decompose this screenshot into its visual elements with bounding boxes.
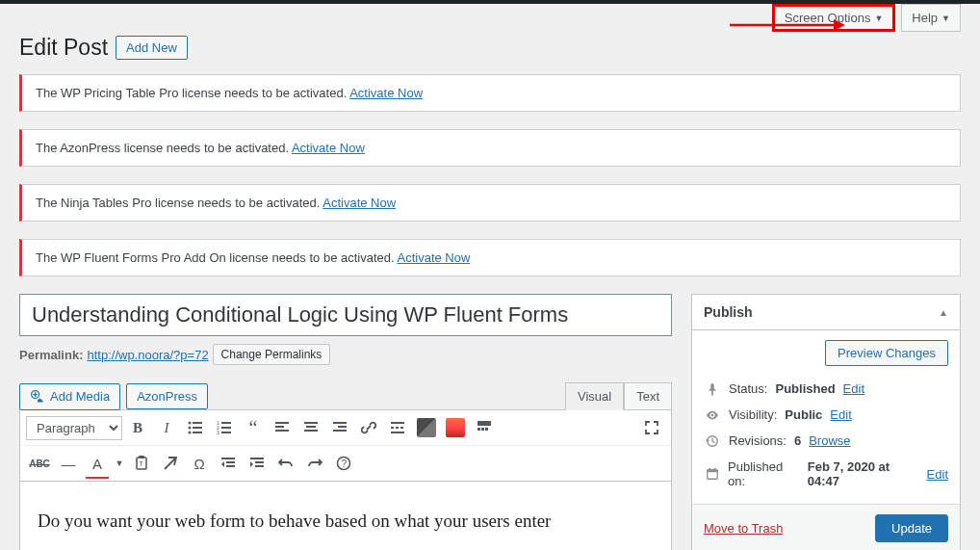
- undo-button[interactable]: [272, 450, 299, 477]
- svg-rect-15: [275, 422, 289, 424]
- svg-rect-23: [333, 430, 347, 432]
- help-label: Help: [912, 11, 938, 25]
- visibility-label: Visibility:: [729, 407, 777, 422]
- activate-link[interactable]: Activate Now: [349, 86, 423, 100]
- azonpress-button[interactable]: AzonPress: [126, 383, 208, 409]
- redo-button[interactable]: [301, 450, 328, 477]
- revisions-icon: [704, 434, 721, 448]
- notice-ninja-tables: The Ninja Tables Pro license needs to be…: [19, 184, 961, 222]
- toolbar-toggle-button[interactable]: [471, 414, 498, 441]
- read-more-button[interactable]: [384, 414, 411, 441]
- revisions-browse-link[interactable]: Browse: [809, 433, 850, 448]
- publish-box: Publish ▲ Preview Changes Status: Publis…: [691, 294, 961, 550]
- svg-text:T: T: [140, 460, 144, 467]
- svg-rect-4: [193, 422, 202, 424]
- svg-rect-21: [333, 422, 347, 424]
- svg-rect-28: [391, 432, 404, 433]
- svg-rect-39: [250, 458, 264, 459]
- svg-rect-20: [304, 430, 318, 432]
- text-color-dropdown[interactable]: ▼: [113, 450, 126, 477]
- permalink-label: Permalink:: [19, 348, 83, 362]
- preview-changes-button[interactable]: Preview Changes: [825, 340, 948, 366]
- help-button[interactable]: Help ▼: [901, 4, 961, 32]
- post-title-input[interactable]: [19, 294, 672, 336]
- svg-rect-24: [391, 422, 404, 424]
- svg-point-5: [189, 427, 192, 430]
- color-swatch-button[interactable]: [442, 414, 469, 441]
- align-center-button[interactable]: [297, 414, 324, 441]
- svg-point-7: [189, 432, 192, 434]
- published-edit-link[interactable]: Edit: [927, 467, 948, 482]
- svg-rect-32: [485, 428, 488, 431]
- revisions-value: 6: [794, 433, 801, 448]
- add-new-button[interactable]: Add New: [116, 36, 188, 60]
- indent-button[interactable]: [244, 450, 271, 477]
- svg-rect-8: [193, 432, 202, 433]
- notice-text: The WP Pricing Table Pro license needs t…: [36, 86, 349, 100]
- align-left-button[interactable]: [269, 414, 296, 441]
- chevron-down-icon: ▼: [874, 13, 883, 23]
- special-char-button[interactable]: Ω: [186, 450, 213, 477]
- bold-button[interactable]: B: [124, 414, 151, 441]
- svg-rect-17: [275, 430, 289, 432]
- svg-point-44: [711, 413, 714, 416]
- outdent-button[interactable]: [215, 450, 242, 477]
- svg-rect-36: [221, 458, 235, 459]
- activate-link[interactable]: Activate Now: [398, 250, 471, 265]
- editor-toolbar: Paragraph B I 123 “: [19, 409, 672, 482]
- paste-text-button[interactable]: T: [128, 450, 155, 477]
- pin-icon: [704, 382, 721, 396]
- clear-formatting-button[interactable]: [157, 450, 184, 477]
- status-edit-link[interactable]: Edit: [843, 381, 864, 396]
- tab-text[interactable]: Text: [624, 382, 672, 410]
- svg-rect-49: [713, 468, 715, 471]
- fullscreen-button[interactable]: [638, 414, 665, 441]
- horizontal-rule-button[interactable]: —: [55, 450, 82, 477]
- move-to-trash-link[interactable]: Move to Trash: [704, 521, 783, 536]
- collapse-icon: ▲: [939, 307, 948, 318]
- notice-text: The AzonPress license needs to be activa…: [36, 141, 292, 155]
- editor-content[interactable]: Do you want your web form to behave base…: [19, 482, 672, 550]
- link-button[interactable]: [355, 414, 382, 441]
- add-media-button[interactable]: Add Media: [19, 383, 120, 410]
- notice-pricing-table: The WP Pricing Table Pro license needs t…: [19, 74, 961, 112]
- visibility-edit-link[interactable]: Edit: [830, 407, 851, 422]
- permalink-url[interactable]: http://wp.noora/?p=72: [87, 348, 208, 362]
- media-icon: [30, 389, 45, 405]
- svg-rect-47: [707, 470, 717, 473]
- format-select[interactable]: Paragraph: [26, 416, 122, 440]
- svg-rect-40: [255, 461, 264, 463]
- activate-link[interactable]: Activate Now: [292, 141, 365, 155]
- annotation-arrow: [730, 15, 845, 35]
- svg-text:?: ?: [342, 458, 348, 469]
- svg-rect-26: [396, 427, 399, 429]
- eye-icon: [704, 408, 721, 422]
- italic-button[interactable]: I: [153, 414, 180, 441]
- notice-fluent-forms: The WP Fluent Forms Pro Add On license n…: [19, 239, 961, 276]
- strikethrough-button[interactable]: ABC: [26, 450, 53, 477]
- svg-rect-18: [304, 422, 318, 424]
- revisions-label: Revisions:: [729, 433, 787, 448]
- svg-rect-31: [481, 428, 484, 431]
- bullet-list-button[interactable]: [182, 414, 209, 441]
- svg-rect-6: [193, 427, 202, 429]
- tab-visual[interactable]: Visual: [565, 382, 624, 410]
- keyboard-help-button[interactable]: ?: [330, 450, 357, 477]
- svg-rect-19: [306, 426, 316, 428]
- blockquote-button[interactable]: “: [240, 414, 267, 441]
- published-label: Published on:: [728, 459, 800, 488]
- publish-box-title: Publish: [704, 304, 753, 320]
- svg-rect-10: [221, 422, 231, 424]
- svg-rect-27: [400, 427, 403, 429]
- change-permalinks-button[interactable]: Change Permalinks: [213, 344, 331, 365]
- svg-rect-41: [255, 465, 264, 467]
- table-button[interactable]: [413, 414, 440, 441]
- text-color-button[interactable]: A: [84, 450, 111, 477]
- numbered-list-button[interactable]: 123: [211, 414, 238, 441]
- activate-link[interactable]: Activate Now: [322, 196, 396, 210]
- align-right-button[interactable]: [326, 414, 353, 441]
- svg-rect-38: [226, 465, 235, 467]
- publish-box-header[interactable]: Publish ▲: [692, 295, 960, 330]
- svg-rect-48: [709, 468, 710, 471]
- update-button[interactable]: Update: [875, 514, 948, 542]
